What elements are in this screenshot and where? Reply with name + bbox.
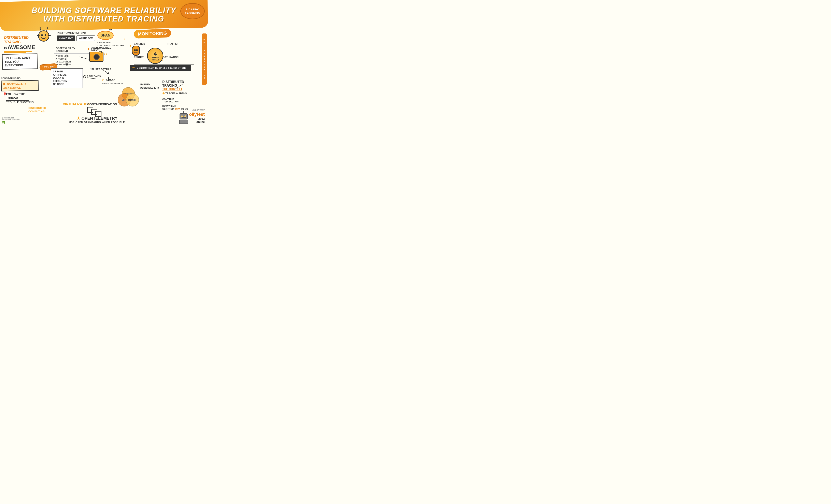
monitor-wave-icon: 〰	[132, 66, 135, 70]
minds-eye-text: MIND'S EYE CREATIVE	[2, 119, 20, 121]
robot-antenna	[183, 111, 184, 113]
robot-icon	[179, 111, 188, 124]
dt-context-title: DISTRIBUTEDTRACING	[162, 80, 205, 87]
refresh-wave	[102, 82, 118, 82]
monitoring-section: MONITORING	[134, 29, 178, 38]
camera-flash-lines: ✦✦	[104, 53, 108, 56]
dot-5	[49, 115, 50, 115]
saturation-label: SATURATION	[163, 56, 178, 59]
unit-tests-box: UNIT TESTS CAN'T TELL YOU EVERYTHING	[2, 53, 37, 69]
download-icon: ⬇	[87, 47, 90, 51]
instrumentation-section: INSTRUMENTATION: BLACK BOX WHITE BOX	[57, 31, 97, 41]
troubleshoot-text: TROUBLE SHOOTING	[6, 100, 34, 103]
clock-icon	[83, 75, 86, 78]
see-details-section: 👁 SEE DETAILS	[90, 67, 111, 71]
obs-service-section: CONSIDER USING: OBSERVABILITY-AS-A-SERVI…	[1, 77, 38, 91]
obs-service-label: OBSERVABILITY-AS-A-SERVICE	[3, 82, 27, 89]
robot-eye-left	[181, 115, 183, 117]
follow-thread-section: 📍 FOLLOW THETHREAD TROUBLE SHOOTING	[2, 92, 34, 103]
traffic-label: TRAFFIC	[167, 42, 177, 46]
containerization-text: CONTAINERIZATION	[87, 102, 117, 106]
otel-star-icon: ★	[77, 116, 81, 121]
camera-body	[89, 52, 104, 62]
robot-body	[179, 120, 188, 124]
follow-thread-text: FOLLOW THETHREAD	[6, 92, 34, 99]
metrics-label: METRICS	[128, 99, 137, 101]
golden-circle: 4 GOLDENSIGNALS	[147, 48, 163, 64]
unified-obs-text: UNIFIEDOBSERVABILITY	[140, 83, 158, 89]
dt-underline	[4, 51, 32, 52]
obs-service-box: OBSERVABILITY-AS-A-SERVICE	[1, 80, 39, 91]
refresh-icon: ↻	[102, 78, 104, 81]
rays-icon: ✦	[129, 44, 132, 48]
orange-smile	[134, 52, 138, 53]
content-area: DISTRIBUTEDTRACING IS Awesome UNIT TESTS…	[0, 29, 208, 126]
robot-head	[179, 113, 188, 119]
monitoring-title: MONITORING	[134, 29, 171, 38]
span-bullet-2: INIT TRACER - CREATE OWNCUSTOM SPAN	[97, 44, 124, 50]
robot-mouth	[181, 117, 185, 118]
dist-comp-text: DISTRIBUTED COMPUTING	[28, 107, 61, 113]
ollyfest-badge: @OLLYFEST ollyfest 2022online	[179, 109, 205, 124]
smiley-hand-right	[48, 35, 51, 36]
dt-awesome: Awesome	[7, 44, 35, 51]
minds-eye-credit: @MINDSEYECF MIND'S EYE CREATIVE 🌿	[2, 117, 20, 124]
dot-2	[124, 38, 125, 39]
golden-text: GOLDENSIGNALS	[151, 57, 159, 61]
distributed-computing-section: DISTRIBUTED COMPUTING	[28, 107, 61, 113]
camera-flash	[99, 51, 102, 53]
span-text: SPAN	[101, 33, 111, 37]
minds-eye-handle: @MINDSEYECF	[2, 117, 20, 119]
obs-backend-section: OBSERVABILITYBACKEND WORKS LIKEA PICTURE…	[54, 46, 90, 66]
obs-backend-title: OBSERVABILITYBACKEND	[54, 46, 90, 54]
orange-eye-left	[134, 49, 136, 51]
obs-dot	[3, 83, 5, 85]
golden-number: 4	[153, 51, 157, 57]
one-perspective-section: ONEPERSPECTIVE	[202, 33, 207, 85]
ollyfest-logo: ollyfest	[189, 112, 205, 117]
smiley-eye-left	[41, 34, 43, 36]
dt-awesome-section: DISTRIBUTEDTRACING IS Awesome	[4, 35, 35, 53]
dt-underline2	[4, 52, 26, 53]
obs-backend-desc: WORKS LIKEA PICTUREOF EXECUTIONOF YOUR C…	[54, 55, 90, 66]
span-bubble: SPAN	[97, 31, 114, 40]
consider-text: CONSIDER USING:	[1, 77, 38, 80]
venn-circles: TRACES LOGS METRICS	[118, 87, 140, 107]
dt-context-section: DISTRIBUTEDTRACING THE CONTEXT ⊕ TRACES …	[162, 80, 205, 111]
containerization-section: CONTAINERIZATION	[87, 102, 117, 117]
refresh-section: ↻ REFRESH VERY SLOW METHOD	[102, 78, 123, 85]
smiley-mouth	[41, 36, 46, 39]
monitor-biz-section: 〰 MONITOR MAIN BUSINESS TRANSACTIONS	[130, 65, 191, 71]
dot-1	[47, 31, 48, 33]
see-details-text: SEE DETAILS	[95, 68, 111, 71]
venn-metrics: METRICS	[126, 93, 139, 107]
dot-4	[162, 60, 163, 61]
opentelemetry-section: ★ OPENTELEMETRY USE OPEN STANDARDS WHEN …	[69, 116, 125, 124]
five-seconds-text: 5 SECONDS	[87, 75, 101, 78]
span-bullet-1: MIDDLEWARE	[97, 41, 124, 44]
orange-character: ✦	[131, 46, 141, 56]
smiley-hand-left	[37, 35, 39, 36]
leaf-icon: 🌿	[2, 121, 20, 124]
dt-title: DISTRIBUTEDTRACING	[4, 35, 35, 44]
my-text: MY	[97, 28, 124, 31]
ollyfest-handle: @OLLYFEST	[179, 109, 205, 111]
monitor-bar: 〰 MONITOR MAIN BUSINESS TRANSACTIONS	[130, 65, 191, 71]
instrumentation-boxes: BLACK BOX WHITE BOX	[57, 35, 97, 41]
location-pin-icon: 📍	[2, 92, 7, 97]
virtualization-section: VIRTUALIZATION	[63, 102, 90, 106]
one-perspective-box: ONEPERSPECTIVE	[202, 33, 207, 85]
eye-icon: 👁	[90, 67, 94, 71]
camera-icon: ✦✦	[89, 52, 108, 66]
latency-label: LATENCY	[134, 42, 145, 46]
artificial-delay-box: CREATEARTIFICIALDELAY INEXECUTIONOF CODE	[51, 68, 83, 88]
dt-traces-spans: ⊕ TRACES & SPANS	[162, 92, 205, 95]
unit-tests-text: UNIT TESTS CAN'T TELL YOU EVERYTHING	[5, 56, 35, 67]
smiley-eye-right	[45, 34, 46, 36]
robot-eye-right	[184, 115, 186, 117]
virtualization-text: VIRTUALIZATION	[63, 102, 90, 106]
five-seconds: 5 SECONDS	[83, 75, 101, 78]
author-name: RICARDOFERREIRA	[185, 8, 200, 14]
instrumentation-title: INSTRUMENTATION:	[57, 31, 97, 34]
banner-title-line2: WITH DISTRIBUTED TRACING	[32, 15, 176, 23]
